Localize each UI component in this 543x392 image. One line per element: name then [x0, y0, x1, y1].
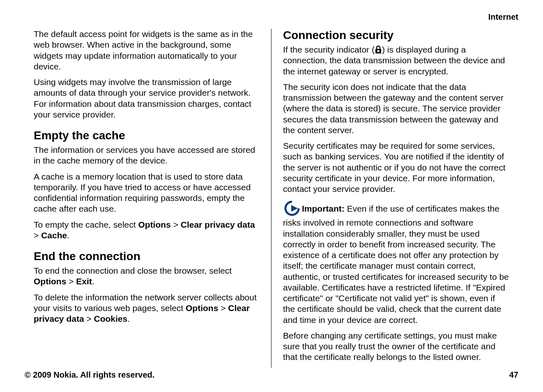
menu-exit: Exit	[76, 277, 92, 286]
text-fragment: .	[92, 277, 94, 286]
note-arrow-icon	[283, 199, 301, 217]
lock-icon	[375, 46, 382, 54]
important-note: Important: Even if the use of certificat…	[283, 199, 509, 325]
intro-paragraph-1: The default access point for widgets is …	[34, 29, 262, 72]
heading-empty-cache: Empty the cache	[34, 129, 262, 142]
svg-rect-1	[377, 50, 379, 52]
text-fragment: .	[67, 231, 69, 240]
text-fragment: >	[34, 231, 41, 240]
security-paragraph-5: Before changing any certificate settings…	[283, 330, 509, 363]
page: Internet The default access point for wi…	[0, 0, 543, 392]
text-fragment: >	[66, 277, 76, 286]
heading-end-connection: End the connection	[34, 250, 262, 263]
security-paragraph-2: The security icon does not indicate that…	[283, 82, 509, 136]
menu-options: Options	[138, 220, 170, 229]
intro-paragraph-2: Using widgets may involve the transmissi…	[34, 77, 262, 120]
text-fragment: >	[171, 220, 181, 229]
menu-options: Options	[186, 303, 218, 313]
menu-cache: Cache	[41, 231, 67, 240]
footer: © 2009 Nokia. All rights reserved. 47	[25, 370, 518, 380]
heading-connection-security: Connection security	[283, 29, 509, 42]
header-category: Internet	[488, 12, 518, 22]
text-fragment: To end the connection and close the brow…	[34, 266, 232, 275]
text-fragment: If the security indicator (	[283, 45, 375, 54]
text-fragment: To empty the cache, select	[34, 220, 138, 229]
menu-clear-privacy-data: Clear privacy data	[181, 220, 255, 229]
copyright-text: © 2009 Nokia. All rights reserved.	[25, 370, 154, 380]
text-fragment: .	[127, 314, 130, 323]
text-fragment: >	[218, 303, 228, 313]
empty-cache-paragraph-3: To empty the cache, select Options > Cle…	[34, 219, 262, 241]
empty-cache-paragraph-1: The information or services you have acc…	[34, 145, 262, 166]
end-connection-paragraph-2: To delete the information the network se…	[34, 292, 262, 325]
right-column: Connection security If the security indi…	[272, 29, 518, 368]
end-connection-paragraph-1: To end the connection and close the brow…	[34, 265, 262, 287]
menu-cookies: Cookies	[94, 314, 128, 323]
left-column: The default access point for widgets is …	[25, 29, 272, 368]
text-fragment: >	[84, 314, 94, 323]
important-body: Even if the use of certificates makes th…	[283, 204, 509, 324]
security-paragraph-1: If the security indicator () is displaye…	[283, 44, 509, 77]
page-number: 47	[509, 370, 518, 380]
menu-options: Options	[34, 277, 66, 286]
empty-cache-paragraph-2: A cache is a memory location that is use…	[34, 171, 262, 214]
content-columns: The default access point for widgets is …	[25, 12, 518, 368]
important-label: Important:	[302, 204, 345, 213]
security-paragraph-3: Security certificates may be required fo…	[283, 141, 509, 194]
